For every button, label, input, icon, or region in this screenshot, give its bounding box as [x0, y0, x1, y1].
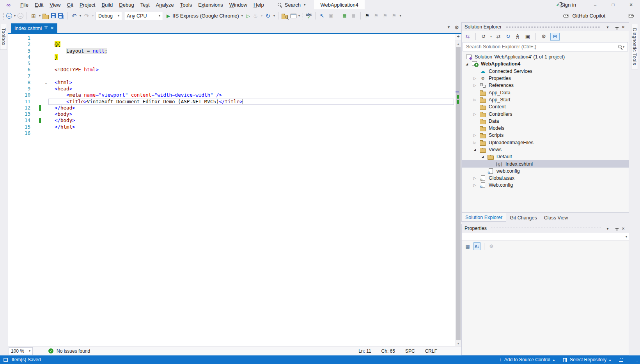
redo-button[interactable]: ↷	[83, 12, 90, 20]
menu-analyze[interactable]: Analyze	[153, 1, 177, 9]
navigate-forward-button[interactable]: →	[18, 13, 23, 19]
tree-item-references[interactable]: ▷References	[462, 82, 629, 89]
tree-item-web-config[interactable]: ⚙web.config	[462, 168, 629, 175]
maximize-button[interactable]: □	[604, 0, 622, 9]
toolbar-grip[interactable]	[2, 12, 4, 19]
increase-indent-button[interactable]: ≣	[341, 12, 348, 20]
tree-item-data[interactable]: Data	[462, 118, 629, 125]
menu-tools[interactable]: Tools	[177, 1, 195, 9]
editor-settings-gear-icon[interactable]: ⚙	[454, 25, 459, 30]
line-number[interactable]: 12	[8, 105, 30, 111]
diagnostic-tools-tab[interactable]: Diagnostic Tools	[631, 24, 638, 69]
tree-item-app-start[interactable]: ▷App_Start	[462, 96, 629, 103]
categorized-view-button[interactable]: ▦	[464, 242, 471, 250]
close-panel-icon[interactable]: ✕	[620, 226, 626, 231]
line-number[interactable]: 8	[8, 80, 30, 86]
selection-mode-button[interactable]: ↖	[319, 12, 326, 20]
close-tab-icon[interactable]: ✕	[50, 26, 54, 31]
menu-view[interactable]: View	[46, 1, 64, 9]
zoom-level-dropdown[interactable]: 100 %▾	[9, 347, 33, 355]
properties-object-dropdown[interactable]: ▾	[462, 233, 629, 241]
code-line-9[interactable]: 9<head>	[8, 86, 455, 92]
line-number[interactable]: 6	[8, 67, 30, 73]
redo-dropdown[interactable]: ▾	[92, 14, 94, 18]
line-number[interactable]: 4	[8, 54, 30, 60]
line-number[interactable]: 14	[8, 117, 30, 124]
menu-test[interactable]: Test	[137, 1, 153, 9]
code-line-7[interactable]: 7	[8, 73, 455, 80]
save-all-button[interactable]	[58, 13, 63, 18]
menu-window[interactable]: Window	[226, 1, 250, 9]
start-without-debugging-button[interactable]: ▷	[246, 13, 250, 19]
undo-dropdown[interactable]: ▾	[80, 14, 81, 18]
previous-bookmark-button[interactable]: ⚑	[373, 12, 380, 20]
pin-icon[interactable]	[44, 27, 48, 30]
scroll-down-icon[interactable]: ▼	[455, 341, 461, 346]
expander-collapsed-icon[interactable]: ▷	[473, 183, 480, 187]
code-line-3[interactable]: 3 Layout = null;	[8, 48, 455, 54]
hot-reload-dropdown[interactable]: ▾	[261, 14, 262, 18]
toolbox-tab[interactable]: Toolbox	[0, 24, 7, 50]
start-debugging-button[interactable]: ▶ IIS Express (Google Chrome) ▾	[165, 13, 245, 19]
scroll-up-icon[interactable]: ▲	[455, 41, 461, 46]
save-button[interactable]	[51, 13, 56, 18]
properties-wrench-button[interactable]: ⚙	[541, 34, 547, 39]
toolbar-grip[interactable]	[302, 12, 304, 19]
panel-tab-class-view[interactable]: Class View	[541, 213, 572, 222]
background-tasks-icon[interactable]	[4, 358, 8, 362]
code-line-8[interactable]: 8⌄<html>	[8, 80, 455, 86]
menu-edit[interactable]: Edit	[32, 1, 46, 9]
expander-collapsed-icon[interactable]: ▷	[473, 112, 480, 116]
solution-platform-dropdown[interactable]: Any CPU▾	[124, 12, 163, 20]
tree-item-solution-webapplication4-1-of-1-project[interactable]: Solution 'WebApplication4' (1 of 1 proje…	[462, 53, 629, 60]
search-control[interactable]: Search ▾	[277, 2, 306, 8]
menu-file[interactable]: File	[17, 1, 32, 9]
expander-open-icon[interactable]: ◢	[473, 148, 480, 152]
expander-collapsed-icon[interactable]: ▷	[473, 83, 480, 87]
tree-item-content[interactable]: Content	[462, 103, 629, 110]
code-line-13[interactable]: 13<body>	[8, 111, 455, 117]
code-line-6[interactable]: 6<!DOCTYPE html>	[8, 67, 455, 73]
expander-collapsed-icon[interactable]: ▷	[473, 98, 480, 102]
code-line-16[interactable]: 16	[8, 130, 455, 136]
tree-item-webapplication4[interactable]: ◢WebApplication4	[462, 60, 629, 67]
eol-indicator[interactable]: CRLF	[425, 348, 437, 354]
code-line-14[interactable]: 14</body>	[8, 117, 455, 124]
splitter-handle-icon[interactable]: ÷	[455, 34, 461, 41]
tree-item-scripts[interactable]: ▷Scripts	[462, 132, 629, 139]
line-indicator[interactable]: Ln: 11	[358, 348, 371, 354]
browser-preview-dropdown[interactable]: ▾	[298, 14, 300, 18]
notifications-bell-icon[interactable]	[619, 358, 623, 362]
tree-item-models[interactable]: Models	[462, 125, 629, 132]
expander-collapsed-icon[interactable]: ▷	[473, 76, 480, 80]
filter-dropdown[interactable]: ▾	[490, 35, 492, 38]
switch-views-button[interactable]: ⇆	[464, 34, 471, 39]
code-line-12[interactable]: 12</head>	[8, 105, 455, 111]
tree-item-uploadedimagefiles[interactable]: ▷UploadedImageFiles	[462, 139, 629, 146]
menu-debug[interactable]: Debug	[116, 1, 137, 9]
sync-with-active-document-button[interactable]: ⇄	[495, 34, 502, 39]
close-button[interactable]: ✕	[622, 0, 640, 9]
tree-item-connected-services[interactable]: ☁Connected Services	[462, 68, 629, 75]
line-number[interactable]: 9	[8, 86, 30, 92]
menu-git[interactable]: Git	[64, 1, 76, 9]
undo-button[interactable]: ↶	[71, 12, 78, 20]
github-copilot-label[interactable]: GitHub Copilot	[572, 13, 605, 19]
select-repository-button[interactable]: Select Repository ▴	[563, 357, 611, 362]
window-position-dropdown[interactable]: ▾	[605, 25, 610, 29]
tree-item-views[interactable]: ◢Views	[462, 146, 629, 153]
expander-open-icon[interactable]: ◢	[466, 62, 472, 66]
property-pages-button[interactable]: ⚙	[488, 242, 495, 250]
collapse-all-button[interactable]: ≪	[515, 34, 521, 39]
expander-collapsed-icon[interactable]: ▷	[473, 176, 480, 180]
panel-tab-git-changes[interactable]: Git Changes	[506, 213, 540, 222]
code-line-10[interactable]: 10 <meta name="viewport" content="width=…	[8, 92, 455, 98]
navigate-back-button[interactable]: ←	[6, 13, 12, 19]
toolbar-overflow-button[interactable]: ▾	[400, 14, 401, 18]
line-number[interactable]: 5	[8, 60, 30, 67]
line-number[interactable]: 3	[8, 48, 30, 54]
menu-help[interactable]: Help	[250, 1, 267, 9]
preview-selected-items-toggle[interactable]: ⊟	[550, 33, 560, 41]
github-copilot-status-button[interactable]	[628, 14, 634, 18]
new-project-dropdown[interactable]: ▾	[39, 14, 41, 18]
